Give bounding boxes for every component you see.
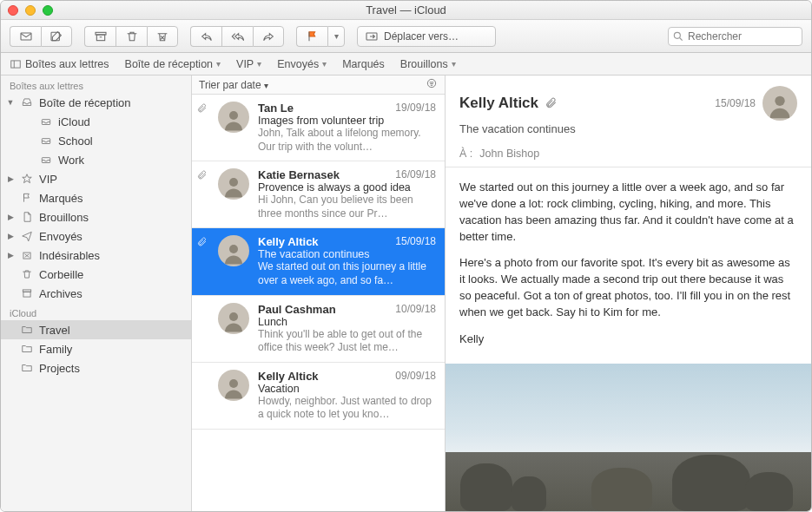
reply-button[interactable]	[190, 26, 221, 47]
message-from: Kelly Altick	[258, 370, 319, 383]
search-field-container	[668, 27, 802, 46]
chevron-down-icon: ▾	[216, 59, 221, 69]
message-row[interactable]: Kelly Altick09/09/18VacationHowdy, neigh…	[192, 363, 445, 430]
attachment-icon	[545, 97, 558, 109]
person-icon	[221, 107, 247, 133]
fav-inbox[interactable]: Boîte de réception▾	[125, 58, 221, 70]
tray-icon	[39, 154, 53, 166]
sidebar-item-school-account[interactable]: School	[1, 131, 191, 150]
search-input[interactable]	[668, 27, 802, 46]
sidebar-item-work-account[interactable]: Work	[1, 150, 191, 169]
sidebar-item-travel[interactable]: Travel	[1, 320, 191, 339]
disclosure-right-icon[interactable]: ▶	[6, 251, 15, 259]
flag-button[interactable]	[296, 26, 327, 47]
svg-point-17	[229, 312, 238, 321]
sender-avatar	[218, 102, 249, 133]
message-subject: The vacation continues	[258, 248, 436, 260]
sort-button[interactable]: Trier par date ▾	[199, 79, 268, 91]
message-subject: Vacation	[258, 383, 436, 395]
fav-sent[interactable]: Envoyés▾	[277, 58, 327, 70]
flag-menu-button[interactable]: ▾	[327, 26, 345, 47]
inbox-icon	[20, 96, 34, 108]
paperclip-icon	[197, 103, 208, 114]
message-row[interactable]: Katie Bernasek16/09/18Provence is always…	[192, 161, 445, 228]
sidebar-item-junk[interactable]: ▶Indésirables	[1, 246, 191, 265]
sender-avatar	[218, 235, 249, 266]
person-icon	[221, 240, 247, 266]
message-date: 10/09/18	[395, 303, 436, 316]
sidebar-item-family[interactable]: Family	[1, 339, 191, 358]
tray-icon	[39, 115, 53, 128]
sidebar-item-icloud-account[interactable]: iCloud	[1, 112, 191, 131]
get-mail-button[interactable]	[10, 26, 41, 47]
archive-button[interactable]	[84, 26, 116, 47]
reader-from: Kelly Altick	[459, 95, 538, 112]
svg-rect-3	[96, 35, 104, 41]
titlebar: Travel — iCloud	[1, 1, 811, 20]
junk-icon	[20, 249, 34, 261]
reader-date: 15/09/18	[715, 97, 756, 109]
message-preview: Hi John, Can you believe its been three …	[258, 194, 436, 220]
reader-paragraph: We started out on this journey a little …	[459, 180, 797, 245]
chevron-down-icon: ▾	[322, 59, 327, 69]
flag-icon	[20, 192, 34, 204]
toolbar: ▾ Déplacer vers…	[1, 20, 811, 53]
disclosure-right-icon[interactable]: ▶	[6, 232, 15, 240]
sidebar-item-trash[interactable]: Corbeille	[1, 265, 191, 284]
attachment-indicator	[197, 303, 209, 355]
reader-attached-image[interactable]	[446, 364, 811, 511]
message-row[interactable]: Tan Le19/09/18Images from volunteer trip…	[192, 95, 445, 161]
sidebar-item-vip[interactable]: ▶VIP	[1, 169, 191, 188]
disclosure-down-icon[interactable]: ▼	[6, 98, 15, 107]
message-list-header: Trier par date ▾	[192, 75, 445, 95]
message-row[interactable]: Kelly Altick15/09/18The vacation continu…	[192, 228, 445, 295]
sidebar: Boîtes aux lettres ▼Boîte de réception i…	[1, 75, 192, 511]
compose-button[interactable]	[41, 26, 72, 47]
message-date: 09/09/18	[395, 370, 436, 383]
filter-button[interactable]	[426, 77, 438, 92]
sidebar-header-icloud: iCloud	[1, 303, 191, 320]
sidebar-header-mailboxes: Boîtes aux lettres	[1, 75, 191, 93]
fav-vip[interactable]: VIP▾	[236, 58, 261, 70]
disclosure-right-icon[interactable]: ▶	[6, 213, 15, 221]
disclosure-right-icon[interactable]: ▶	[6, 174, 15, 183]
move-to-label: Déplacer vers…	[384, 30, 459, 43]
tray-icon	[39, 135, 53, 147]
sidebar-item-inbox[interactable]: ▼Boîte de réception	[1, 93, 191, 112]
junk-button[interactable]	[147, 26, 178, 47]
move-to-button[interactable]: Déplacer vers…	[357, 26, 496, 47]
svg-rect-0	[21, 33, 31, 40]
fav-flagged[interactable]: Marqués	[342, 58, 385, 70]
attachment-indicator	[197, 102, 209, 154]
message-row[interactable]: Paul Cashman10/09/18LunchThink you'll be…	[192, 296, 445, 363]
svg-point-16	[229, 245, 238, 253]
svg-rect-6	[11, 60, 21, 67]
svg-point-14	[229, 111, 238, 120]
svg-point-19	[775, 96, 784, 106]
chevron-down-icon: ▾	[334, 31, 339, 41]
delete-button[interactable]	[116, 26, 147, 47]
sidebar-item-sent[interactable]: ▶Envoyés	[1, 226, 191, 246]
reply-all-icon	[231, 30, 245, 43]
sidebar-item-flagged[interactable]: Marqués	[1, 188, 191, 207]
envelope-icon	[19, 30, 33, 43]
chevron-down-icon: ▾	[264, 81, 268, 90]
message-subject: Images from volunteer trip	[258, 115, 436, 127]
sender-avatar	[218, 303, 249, 334]
message-subject: Lunch	[258, 316, 436, 328]
message-from: Katie Bernasek	[258, 168, 340, 181]
sidebar-item-drafts[interactable]: ▶Brouillons	[1, 207, 191, 226]
mailboxes-toggle[interactable]: Boîtes aux lettres	[10, 58, 109, 70]
svg-rect-12	[23, 292, 30, 297]
fav-drafts[interactable]: Brouillons▾	[400, 58, 456, 70]
reply-all-button[interactable]	[221, 26, 253, 47]
archive-icon	[20, 287, 34, 299]
forward-button[interactable]	[253, 26, 284, 47]
message-preview: John, Talk about a lifelong memory. Our …	[258, 127, 436, 154]
sidebar-item-projects[interactable]: Projects	[1, 358, 191, 377]
trash-icon	[125, 30, 139, 43]
sent-icon	[20, 230, 34, 242]
message-preview: We started out on this journey a little …	[258, 260, 436, 287]
messages-container: Tan Le19/09/18Images from volunteer trip…	[192, 95, 445, 511]
sidebar-item-archive[interactable]: Archives	[1, 284, 191, 303]
